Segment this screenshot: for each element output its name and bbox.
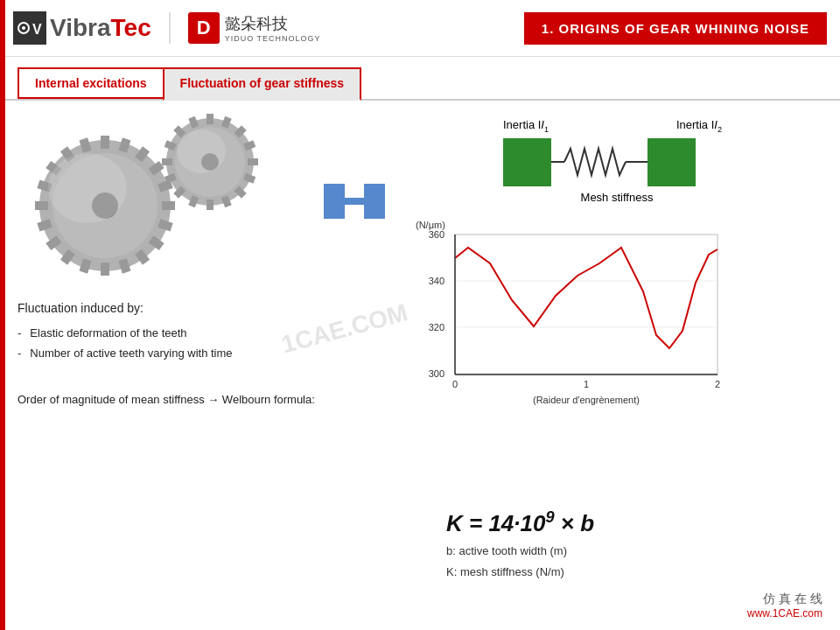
slide: V VibraTec D 懿朵科技 YIDUO TECHNOLOGY 1. OR… (0, 0, 840, 630)
spring-svg (551, 138, 648, 186)
svg-point-2 (22, 26, 25, 30)
logo-area: V VibraTec D 懿朵科技 YIDUO TECHNOLOGY (13, 11, 321, 45)
svg-text:360: 360 (429, 229, 444, 240)
formula-intro: Order of magnitude of mean stiffness → W… (18, 393, 394, 406)
svg-rect-43 (162, 158, 172, 165)
left-panel: Fluctuation induced by: - Elastic deform… (18, 114, 394, 617)
svg-text:340: 340 (429, 276, 444, 286)
bottom-chinese: 仿 真 在 线 (747, 592, 822, 607)
bullet-dash-1: - (18, 326, 21, 340)
vibra-text: Vibra (50, 14, 111, 41)
tab-area: Internal excitations Fluctuation of gear… (0, 57, 840, 101)
svg-text:320: 320 (429, 322, 444, 332)
svg-point-47 (177, 130, 226, 173)
mesh-stiffness-label: Mesh stiffness (503, 191, 731, 204)
svg-rect-31 (206, 114, 214, 124)
bidirectional-arrow (324, 184, 385, 222)
svg-point-27 (48, 153, 127, 223)
inertia1-label: Inertia II1 (503, 118, 549, 134)
bullet-text-2: Number of active teeth varying with time (30, 346, 232, 360)
mass-block-2 (648, 138, 696, 186)
mass-block-1 (503, 138, 551, 186)
section-title: 1. ORIGINS OF GEAR WHINING NOISE (524, 12, 827, 45)
svg-rect-52 (455, 234, 718, 374)
left-border-accent (0, 0, 5, 630)
formula-math: K = 14·109 × b (446, 508, 594, 537)
bullet-item-1: - Elastic deformation of the teeth (18, 326, 394, 340)
formula-display-area: K = 14·109 × b b: active tooth width (m)… (446, 508, 594, 582)
formula-desc2: K: mesh stiffness (N/m) (446, 562, 594, 582)
bullet-dash-2: - (18, 346, 21, 360)
svg-text:300: 300 (429, 368, 444, 379)
svg-text:0: 0 (452, 379, 458, 389)
formula-section: Order of magnitude of mean stiffness → W… (18, 393, 394, 406)
vibratec-icon: V (13, 11, 46, 45)
svg-text:2: 2 (715, 379, 720, 389)
bottom-watermark: 仿 真 在 线 www.1CAE.com (747, 592, 822, 620)
yiduo-logo: D 懿朵科技 YIDUO TECHNOLOGY (169, 12, 321, 44)
bottom-url: www.1CAE.com (747, 607, 822, 620)
fluctuation-label: Fluctuation induced by: (18, 298, 394, 319)
tab-fluctuation-gear-stiffness[interactable]: Fluctuation of gear stiffness (163, 67, 361, 101)
main-content: Fluctuation induced by: - Elastic deform… (0, 101, 840, 630)
svg-text:V: V (32, 22, 42, 37)
svg-rect-39 (206, 200, 214, 210)
text-content: Fluctuation induced by: - Elastic deform… (18, 293, 394, 371)
svg-rect-7 (101, 136, 109, 149)
formula-desc1: b: active tooth width (m) (446, 541, 594, 561)
formula-description: b: active tooth width (m) K: mesh stiffn… (446, 541, 594, 582)
svg-rect-17 (101, 262, 109, 276)
stiffness-graph: (N/μm) 360 340 320 300 0 1 2 (411, 213, 744, 405)
svg-rect-35 (248, 158, 258, 165)
yiduo-d-icon: D (188, 12, 220, 44)
svg-text:(Raideur d'engrènement): (Raideur d'engrènement) (533, 395, 640, 405)
yiduo-chinese: 懿朵科技 (225, 13, 321, 34)
yiduo-english: YIDUO TECHNOLOGY (225, 34, 321, 43)
bullet-item-2: - Number of active teeth varying with ti… (18, 346, 394, 360)
header: V VibraTec D 懿朵科技 YIDUO TECHNOLOGY 1. OR… (0, 0, 840, 57)
gear-illustration (18, 114, 280, 289)
svg-rect-22 (35, 201, 48, 210)
tab-internal-excitations[interactable]: Internal excitations (18, 67, 163, 99)
graph-container: (N/μm) 360 340 320 300 0 1 2 (411, 213, 822, 409)
bullet-text-1: Elastic deformation of the teeth (30, 326, 186, 340)
inertia2-label: Inertia II2 (676, 118, 722, 134)
svg-text:1: 1 (584, 379, 589, 389)
svg-rect-12 (162, 201, 175, 210)
tec-text: Tec (111, 14, 151, 41)
vibratec-logo: V VibraTec (13, 11, 151, 45)
